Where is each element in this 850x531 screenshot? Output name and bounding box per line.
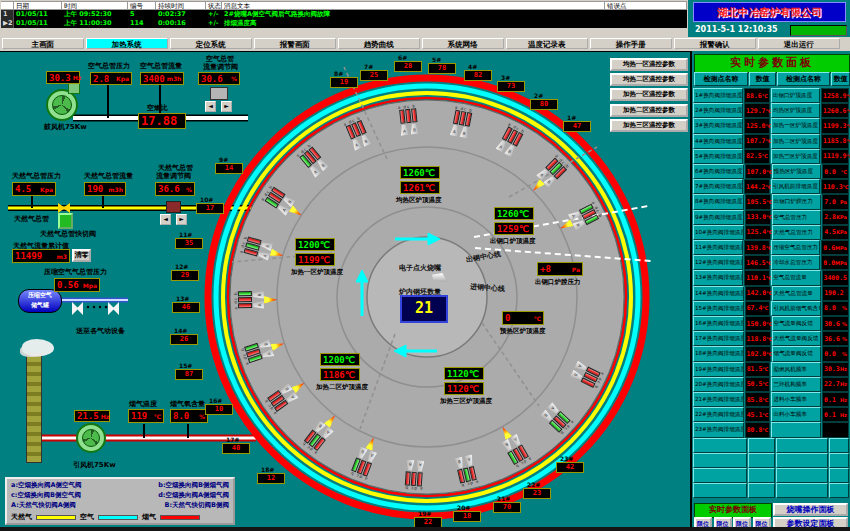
mimic-label: 空气总管流量 xyxy=(140,61,182,71)
burner-cones: AB xyxy=(449,124,469,138)
legend-color-label: 空气 xyxy=(80,512,94,522)
reversing-valve-indicator: 25 xyxy=(360,70,388,81)
reversing-valve-indicator: 23 xyxy=(523,488,551,499)
panel-col-header: 检测点名称 xyxy=(694,72,748,86)
panel-row: 5#换向阀排烟温度82.5℃加热三区炉顶温度1119.9℃ xyxy=(693,149,850,164)
reversing-valve-indicator: 29 xyxy=(171,270,199,281)
valve-closed-bar xyxy=(411,108,417,122)
param-name: 天然气总管压力 xyxy=(772,225,822,240)
tab-8[interactable]: 操作手册 xyxy=(590,38,673,49)
alarm-cell: 114 xyxy=(128,19,156,28)
param-name: 22#换向阀排烟温度 xyxy=(693,407,744,422)
tab-3[interactable]: 定位系统 xyxy=(170,38,253,49)
tab-1[interactable]: 主画面 xyxy=(2,38,85,49)
param-name: 加热二区炉顶温度 xyxy=(771,134,820,149)
legend-text: B:天然气快切阀B侧阀 xyxy=(164,501,229,511)
legend-color-swatch xyxy=(36,515,76,520)
param-value: 36.6% xyxy=(822,331,849,346)
mimic-label: 流量调节阀 xyxy=(203,62,238,72)
alarm-col-header: 编号 xyxy=(128,1,156,10)
tab-7[interactable]: 温度记录表 xyxy=(506,38,589,49)
burner-cone-B: B xyxy=(259,339,272,350)
empty-cell xyxy=(748,438,775,453)
panel-row: 12#换向阀排烟温度146.5℃冷却水总管压力0.0MPa xyxy=(693,255,850,270)
alarm-row[interactable]: 101/05/11上午 09:52:3050:02:37+/-2#烧嘴A侧空气阀… xyxy=(1,10,687,19)
alarm-cell: 上午 11:00:30 xyxy=(62,19,128,28)
gas-valve-open-button[interactable]: ◄ xyxy=(160,214,171,225)
reversing-valve-number: 1# xyxy=(567,114,576,121)
param-value: 110.3℃ xyxy=(821,179,849,194)
panel-empty-row xyxy=(693,438,850,453)
tab-6[interactable]: 系统网络 xyxy=(422,38,505,49)
panel-row: 8#换向阀排烟温度105.5℃出钢口炉膛压力7.0Pa xyxy=(693,194,850,209)
param-name: 出钢口炉膛压力 xyxy=(772,194,822,209)
discharge-zone-actual-display: 1259℃ xyxy=(494,222,534,235)
soaking-zone-setpoint-display: 1260℃ xyxy=(400,166,440,179)
mimic-label: 送至各气动设备 xyxy=(76,326,125,336)
zone-param-button-4[interactable]: 加热二区温控参数 xyxy=(610,104,688,117)
air-main-pressure-display: 2.8Kpa xyxy=(90,72,132,85)
param-name: 11#换向阀排烟温度 xyxy=(693,240,743,255)
burner-valve-bars xyxy=(399,108,417,124)
tank-label-2: 储气罐 xyxy=(19,300,61,310)
param-name: 7#换向阀排烟温度 xyxy=(693,179,743,194)
alarm-bar: 日期时间编号持续时间状态消息文本错误点 101/05/11上午 09:52:30… xyxy=(0,0,689,37)
compressed-air-pressure-display: 0.56Mpa xyxy=(54,278,100,292)
zone-param-button-1[interactable]: 均热一区温控参数 xyxy=(610,58,688,71)
reversing-valve-indicator: 40 xyxy=(222,443,250,454)
panel-row: 1#换向阀排烟温度88.6℃出钢口炉顶温度1258.9℃ xyxy=(693,88,850,103)
param-value: 125.0℃ xyxy=(744,118,770,133)
air-valve-open-button[interactable]: ◄ xyxy=(205,101,216,112)
clear-total-button[interactable]: 清零 xyxy=(72,249,91,262)
exhaust-fan-frequency-display: 21.5Hz xyxy=(74,410,110,422)
alarm-col-header: 时间 xyxy=(62,1,128,10)
reversing-valve-number: 22# xyxy=(527,481,540,488)
valve-closed-bar xyxy=(405,471,411,485)
alarm-cell: +/- xyxy=(206,10,222,19)
mimic-label: 天然气总管压力 xyxy=(12,171,61,181)
zone-param-button-3[interactable]: 加热一区温控参数 xyxy=(610,88,688,101)
param-value: 8.0% xyxy=(822,301,849,316)
air-main-flow-display: 3400m3h xyxy=(140,72,184,85)
param-name: 加热三区炉顶温度 xyxy=(771,149,820,164)
param-value: 0.0MPa xyxy=(821,255,849,270)
param-value: 0.0℃ xyxy=(822,164,849,179)
discharge-zone-setpoint-display: 1260℃ xyxy=(494,207,534,220)
param-name: 18#换向阀排烟温度 xyxy=(693,346,744,361)
param-name: 均热区炉顶温度 xyxy=(771,103,820,118)
reversing-valve-indicator: 28 xyxy=(394,61,422,72)
mimic-label: 天然气总管快切阀 xyxy=(40,229,96,239)
steel-count-display: 21 xyxy=(400,295,448,323)
tab-9[interactable]: 报警确认 xyxy=(674,38,757,49)
panel-row: 3#换向阀排烟温度125.0℃加热一区炉顶温度1199.3℃ xyxy=(693,118,850,133)
burner-operation-panel-button[interactable]: 烧嘴操作面板 xyxy=(773,503,848,516)
reversing-valve-number: 16# xyxy=(209,397,222,404)
gas-flow-total-display: 11499m3 xyxy=(12,249,70,263)
tab-4[interactable]: 报警画面 xyxy=(254,38,337,49)
legend-row: a:空烟换向阀A侧空气阀b:空烟换向阀B侧烟气阀 xyxy=(11,481,229,491)
burner-cone-B: B xyxy=(260,240,273,251)
legend-text: a:空烟换向阀A侧空气阀 xyxy=(11,481,82,491)
alarm-row[interactable]: ▶201/05/11上午 11:00:301140:00:16+/-排烟温度高 xyxy=(1,19,687,28)
air-valve-close-button[interactable]: ► xyxy=(221,101,232,112)
param-name: 空气总管压力 xyxy=(772,210,822,225)
mimic-label: 天然气总管 xyxy=(14,214,49,224)
zone-param-button-2[interactable]: 均热二区温控参数 xyxy=(610,73,688,86)
param-name: 烟气流量阀反馈 xyxy=(772,346,822,361)
legend-color-label: 烟气 xyxy=(142,512,156,522)
panel-footer-active-label: 实时参数面板 xyxy=(694,503,772,518)
param-name: 14#换向阀排烟温度 xyxy=(693,286,744,301)
gas-valve-close-button[interactable]: ► xyxy=(176,214,187,225)
burner-cone-A: A xyxy=(257,250,270,261)
tab-2[interactable]: 加热系统 xyxy=(86,38,169,49)
tab-5[interactable]: 趋势曲线 xyxy=(338,38,421,49)
reversing-valve-number: 10# xyxy=(200,196,213,203)
legend-color-label: 天然气 xyxy=(11,512,32,522)
panel-empty-row xyxy=(693,483,850,498)
tab-10[interactable]: 退出运行 xyxy=(758,38,841,49)
burner-cone-A: A xyxy=(449,124,459,136)
gas-quick-cut-valve-icon[interactable] xyxy=(58,213,73,229)
zone-param-button-5[interactable]: 加热三区温控参数 xyxy=(610,119,688,132)
burner-cone-B: B xyxy=(316,158,329,172)
mimic-label: 天然气总管流量 xyxy=(84,171,133,181)
